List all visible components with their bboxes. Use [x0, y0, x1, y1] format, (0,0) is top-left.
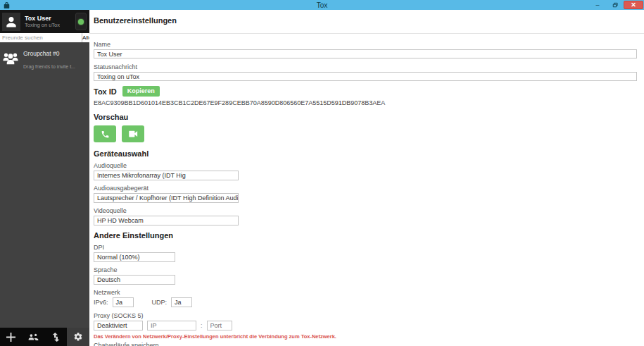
self-user-meta: Tox User Toxing on uTox [25, 15, 60, 28]
avatar [2, 13, 20, 31]
device-selection-title: Geräteauswahl [94, 149, 637, 158]
list-item[interactable]: Groupchat #0 Drag friends to invite t... [0, 42, 89, 75]
settings-button[interactable] [67, 328, 89, 346]
video-input-select[interactable]: HP HD Webcam [94, 216, 239, 225]
contact-subtitle: Drag friends to invite t... [23, 64, 75, 69]
udp-select[interactable]: Ja [171, 297, 192, 307]
self-status-message: Toxing on uTox [25, 22, 60, 28]
tox-id-value: E8AC9309BB1D601014EB3CB1C2DE67E9F289CEBB… [94, 99, 637, 106]
groupchat-icon [1, 50, 20, 67]
copy-tox-id-button[interactable]: Kopieren [122, 86, 160, 97]
dpi-select[interactable]: Normal (100%) [94, 252, 175, 262]
proxy-separator: : [201, 322, 203, 329]
audio-input-select[interactable]: Internes Mikrofonarray (IDT Hig [94, 171, 239, 180]
video-input-label: Videoquelle [94, 207, 637, 214]
dpi-label: DPI [94, 244, 637, 251]
sidebar-bottom-bar [0, 328, 89, 346]
network-label: Netzwerk [94, 289, 637, 296]
settings-panel: Benutzereinstellungen Name Statusnachric… [89, 10, 644, 346]
video-preview-button[interactable] [122, 125, 144, 142]
udp-label: UDP: [152, 299, 168, 306]
add-friend-button[interactable] [0, 328, 23, 346]
chat-logging-label: Chatverläufe speichern [94, 342, 637, 346]
tox-id-label: Tox ID [94, 87, 117, 96]
language-label: Sprache [94, 266, 637, 273]
search-input[interactable] [0, 33, 82, 42]
name-label: Name [94, 41, 637, 48]
contact-meta: Groupchat #0 Drag friends to invite t... [23, 46, 88, 71]
friend-search-row: Alle [0, 33, 89, 42]
ipv6-select[interactable]: Ja [113, 297, 134, 307]
create-group-button[interactable] [23, 328, 45, 346]
network-warning-text: Das Verändern von Netzwerk/Proxy-Einstel… [94, 333, 637, 340]
other-settings-title: Andere Einstellungen [94, 231, 637, 240]
contact-name: Groupchat #0 [23, 50, 60, 57]
close-button[interactable]: ✕ [624, 1, 643, 9]
preview-title: Vorschau [94, 113, 637, 121]
self-name: Tox User [25, 15, 60, 22]
audio-output-label: Audioausgabegerät [94, 185, 637, 192]
proxy-label: Proxy (SOCKS 5) [94, 312, 637, 319]
file-transfer-button[interactable] [45, 328, 68, 346]
self-user-panel[interactable]: Tox User Toxing on uTox [0, 10, 89, 33]
audio-output-select[interactable]: Lautsprecher / Kopfhörer (IDT High Defin… [94, 193, 239, 203]
audio-preview-button[interactable] [94, 125, 116, 142]
window-titlebar[interactable]: Tox – ✕ [0, 0, 644, 10]
contact-list: Groupchat #0 Drag friends to invite t... [0, 42, 89, 328]
restore-button[interactable] [607, 1, 622, 9]
status-message-input[interactable] [94, 72, 637, 81]
minimize-button[interactable]: – [590, 1, 605, 9]
status-message-label: Statusnachricht [94, 63, 637, 70]
online-status-dot [78, 19, 84, 25]
ipv6-label: IPv6: [94, 299, 108, 306]
language-select[interactable]: Deutsch [94, 275, 175, 285]
status-selector-button[interactable] [75, 13, 87, 30]
sidebar: Tox User Toxing on uTox Alle Groupch [0, 10, 89, 346]
header-divider [89, 33, 644, 34]
proxy-ip-input[interactable] [147, 321, 196, 330]
name-input[interactable] [94, 49, 637, 58]
proxy-mode-select[interactable]: Deaktiviert [94, 321, 143, 330]
window-title: Tox [0, 1, 644, 9]
page-title: Benutzereinstellungen [94, 16, 637, 25]
audio-input-label: Audioquelle [94, 162, 637, 169]
proxy-port-input[interactable] [207, 321, 232, 330]
